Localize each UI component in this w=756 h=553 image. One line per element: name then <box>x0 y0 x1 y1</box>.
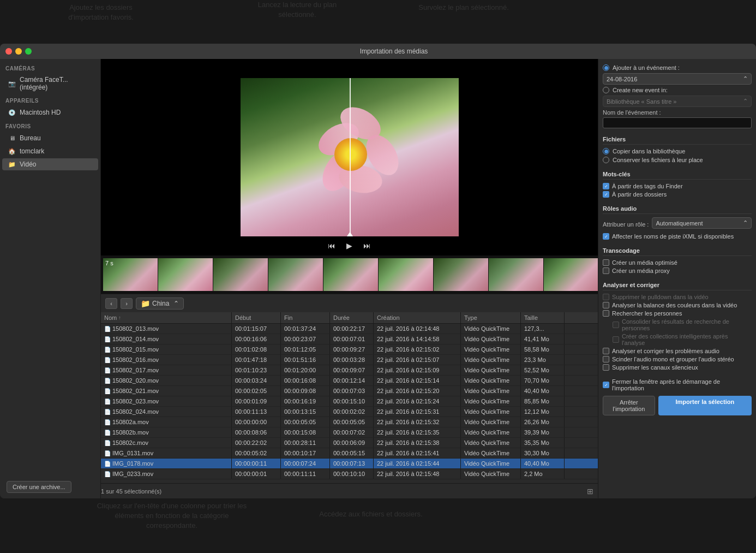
file-cell-1: 00:00:01:09 <box>232 396 281 406</box>
copy-radio[interactable] <box>603 148 609 154</box>
create-smart-checkbox[interactable] <box>613 336 619 343</box>
folder-dropdown-icon: ⌃ <box>173 300 179 307</box>
table-row[interactable]: 📄150802_021.mov00:00:02:0500:00:09:0800:… <box>101 386 598 396</box>
table-row[interactable]: 📄150802_020.mov00:00:03:2400:00:16:0800:… <box>101 376 598 386</box>
filmstrip: 7 s <box>101 255 598 294</box>
create-new-event-radio[interactable] <box>603 87 609 93</box>
cancel-import-button[interactable]: Arrêter l'importation <box>603 396 655 415</box>
optimized-media-checkbox[interactable] <box>603 259 609 266</box>
col-header-type[interactable]: Type <box>461 312 521 323</box>
main-content: ⏮ ▶ ⏭ 7 s <box>101 59 598 498</box>
table-row[interactable]: 📄150802b.mov00:00:08:0600:00:15:0800:00:… <box>101 427 598 438</box>
file-cell-0: 📄IMG_0178.mov <box>101 459 232 468</box>
ixml-checkbox[interactable] <box>603 233 609 240</box>
table-row[interactable]: 📄150802_013.mov00:01:15:0700:01:37:2400:… <box>101 324 598 334</box>
filmstrip-frame[interactable] <box>323 258 378 291</box>
separate-mono-checkbox[interactable] <box>603 356 609 362</box>
event-date-dropdown[interactable]: 24-08-2016 ⌃ <box>603 73 752 85</box>
add-to-event-radio[interactable] <box>603 64 609 71</box>
table-row[interactable]: 📄150802_015.mov00:01:02:0800:01:12:0500:… <box>101 344 598 355</box>
proxy-media-label: Créer un média proxy <box>612 267 670 274</box>
table-row[interactable]: 📄150802_016.mov00:01:47:1800:01:51:1600:… <box>101 355 598 365</box>
color-balance-checkbox[interactable] <box>603 302 609 308</box>
sidebar: CAMÉRAS 📷 Caméra FaceT... (intégrée) APP… <box>0 59 101 498</box>
consolidate-people-checkbox[interactable] <box>613 322 619 328</box>
sidebar-item-video[interactable]: 📁 Vidéo <box>2 158 98 170</box>
file-cell-6: 40,40 Mo <box>521 386 565 396</box>
folder-selector[interactable]: 📁 China ⌃ <box>136 298 184 310</box>
table-row[interactable]: 📄150802_023.mov00:00:01:0900:00:16:1900:… <box>101 396 598 407</box>
close-after-import-checkbox[interactable] <box>603 382 609 388</box>
find-people-label: Rechercher les personnes <box>612 310 682 317</box>
table-row[interactable]: 📄150802_017.mov00:01:10:2300:01:20:0000:… <box>101 365 598 376</box>
grid-view-button[interactable]: ⊞ <box>587 487 593 496</box>
file-cell-6: 35,35 Mo <box>521 438 565 448</box>
sidebar-item-facetime-camera[interactable]: 📷 Caméra FaceT... (intégrée) <box>2 74 98 93</box>
file-cell-6: 39,39 Mo <box>521 427 565 437</box>
assign-role-label: Attribuer un rôle : <box>603 221 649 228</box>
flower-center <box>334 138 367 171</box>
file-cell-6: 52,52 Mo <box>521 365 565 375</box>
col-header-fin[interactable]: Fin <box>281 312 330 323</box>
event-name-input[interactable] <box>603 117 752 128</box>
fix-audio-checkbox[interactable] <box>603 348 609 354</box>
fullscreen-button[interactable] <box>25 48 32 55</box>
filmstrip-frame[interactable] <box>379 258 433 291</box>
folders-tags-checkbox[interactable] <box>603 191 609 198</box>
filmstrip-frame[interactable] <box>213 258 268 291</box>
col-header-creation[interactable]: Création <box>374 312 461 323</box>
filmstrip-frame[interactable] <box>158 258 213 291</box>
remove-pulldown-checkbox[interactable] <box>603 294 609 300</box>
files-section-title: Fichiers <box>603 136 752 145</box>
sidebar-item-bureau[interactable]: 🖥 Bureau <box>2 132 98 144</box>
sidebar-item-macintosh-hd[interactable]: 💿 Macintosh HD <box>2 106 98 118</box>
file-cell-6: 12,12 Mo <box>521 407 565 417</box>
minimize-button[interactable] <box>15 48 22 55</box>
import-selection-button[interactable]: Importer la sélection <box>658 396 752 415</box>
table-row[interactable]: 📄150802c.mov00:00:22:0200:00:28:1100:00:… <box>101 438 598 448</box>
assign-role-chevron: ⌃ <box>743 219 748 227</box>
col-header-debut[interactable]: Début <box>232 312 281 323</box>
analyze-title: Analyser et corriger <box>603 282 752 290</box>
file-cell-4: 22 juil. 2016 à 02:15:20 <box>374 386 461 396</box>
table-row[interactable]: 📄IMG_0233.mov00:00:00:0100:00:11:1100:00… <box>101 469 598 479</box>
file-icon: 📄 <box>104 461 111 467</box>
forward-button[interactable]: › <box>121 298 133 309</box>
file-cell-6: 70,70 Mo <box>521 376 565 385</box>
close-button[interactable] <box>5 48 12 55</box>
filmstrip-frame[interactable] <box>434 258 488 291</box>
keep-radio[interactable] <box>603 157 609 163</box>
file-cell-4: 22 juil. 2016 à 02:15:31 <box>374 407 461 417</box>
right-panel: Ajouter à un événement : 24-08-2016 ⌃ Cr… <box>598 59 756 498</box>
table-row[interactable]: 📄150802_024.mov00:00:11:1300:00:13:1500:… <box>101 407 598 417</box>
sidebar-item-tomclark[interactable]: 🏠 tomclark <box>2 145 98 157</box>
table-row[interactable]: 📄IMG_0178.mov00:00:00:1100:00:07:2400:00… <box>101 459 598 469</box>
find-people-checkbox[interactable] <box>603 310 609 317</box>
filmstrip-frame[interactable] <box>489 258 543 291</box>
filmstrip-frame[interactable] <box>544 258 598 291</box>
create-archive-button[interactable]: Créer une archive... <box>7 481 71 493</box>
remove-silent-checkbox[interactable] <box>603 364 609 371</box>
library-dropdown[interactable]: Bibliothèque « Sans titre » ⌃ <box>603 96 752 107</box>
back-button[interactable]: ‹ <box>105 298 117 309</box>
table-row[interactable]: 📄150802a.mov00:00:00:0000:00:05:0500:00:… <box>101 417 598 427</box>
assign-role-dropdown[interactable]: Automatiquement ⌃ <box>652 217 752 229</box>
separate-mono-row: Scinder l'audio mono et grouper l'audio … <box>603 356 752 362</box>
go-to-end-button[interactable]: ⏭ <box>361 240 373 251</box>
file-cell-3: 00:00:10:10 <box>330 469 374 479</box>
file-icon: 📄 <box>104 367 111 373</box>
table-row[interactable]: 📄150802_014.mov00:00:16:0600:00:23:0700:… <box>101 334 598 344</box>
go-to-start-button[interactable]: ⏮ <box>326 240 338 251</box>
play-button[interactable]: ▶ <box>344 240 355 251</box>
file-cell-3: 00:00:12:14 <box>330 376 374 385</box>
col-header-duree[interactable]: Durée <box>330 312 374 323</box>
col-header-nom[interactable]: Nom ↑ <box>101 312 232 323</box>
finder-tags-row: À partir des tags du Finder <box>603 183 752 189</box>
finder-tags-checkbox[interactable] <box>603 183 609 189</box>
proxy-media-checkbox[interactable] <box>603 267 609 274</box>
table-row[interactable]: 📄IMG_0131.mov00:00:05:0200:00:10:1700:00… <box>101 448 598 459</box>
col-header-taille[interactable]: Taille <box>521 312 565 323</box>
filmstrip-frame[interactable] <box>268 258 323 291</box>
home-icon: 🏠 <box>8 147 16 156</box>
separate-mono-label: Scinder l'audio mono et grouper l'audio … <box>612 356 734 362</box>
